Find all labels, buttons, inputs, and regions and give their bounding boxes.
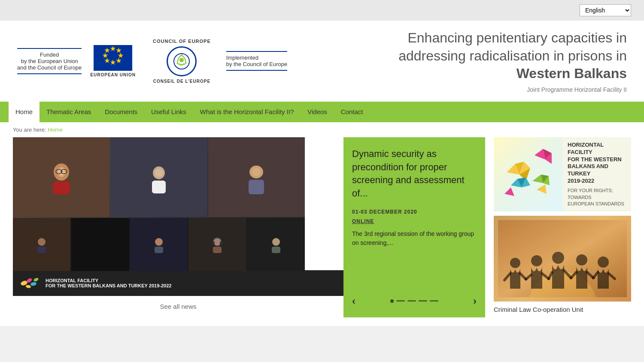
slide-dots: [390, 299, 438, 303]
hf-logo-small: HORIZONTAL FACILITY FOR THE WESTERN BALK…: [20, 275, 171, 292]
hf-card-content: HORIZONTAL FACILITYFOR THE WESTERNBALKAN…: [494, 137, 631, 212]
svg-point-37: [25, 284, 31, 288]
implemented-block: Implemented by the Council of Europe: [226, 51, 287, 71]
people-silhouette-icon: [498, 220, 627, 297]
video-slider-image[interactable]: [13, 137, 305, 270]
article-description: The 3rd regional session of the working …: [352, 229, 477, 247]
svg-point-38: [33, 277, 39, 282]
person-icon-b3: [150, 236, 167, 253]
svg-point-59: [531, 255, 542, 266]
person-icon-2: [142, 160, 176, 194]
svg-marker-52: [504, 187, 514, 196]
title-line2: addressing radicalisation in prisons in: [398, 48, 627, 63]
see-all-link[interactable]: See all news: [160, 303, 196, 310]
person-icon-b5: [267, 236, 285, 253]
birds-logo-icon: [20, 275, 41, 292]
breadcrumb: You are here: Home: [0, 122, 644, 137]
sidebar-card-hf[interactable]: HORIZONTAL FACILITYFOR THE WESTERNBALKAN…: [494, 137, 631, 212]
main-nav: Home Thematic Areas Documents Useful Lin…: [0, 102, 644, 122]
svg-rect-22: [249, 180, 264, 194]
header: Funded by the European Union and the Cou…: [0, 21, 644, 102]
svg-rect-31: [220, 241, 222, 245]
svg-point-10: [179, 58, 184, 62]
eu-logo: EUROPEAN UNION: [90, 45, 136, 77]
hf-card-birds-area: [494, 137, 562, 212]
nav-item-contact[interactable]: Contact: [334, 102, 370, 122]
nav-item-home[interactable]: Home: [9, 102, 39, 122]
hf-card-text-area: HORIZONTAL FACILITYFOR THE WESTERNBALKAN…: [562, 137, 631, 212]
nav-item-thematic-areas[interactable]: Thematic Areas: [39, 102, 98, 122]
dot-3: [407, 300, 416, 302]
next-article-button[interactable]: ›: [473, 295, 477, 307]
hf-birds-icon: [502, 147, 554, 202]
see-all-bar: See all news: [13, 296, 343, 317]
svg-rect-33: [272, 247, 280, 253]
breadcrumb-prefix: You are here:: [13, 127, 46, 133]
nav-item-videos[interactable]: Videos: [301, 102, 334, 122]
breadcrumb-home-link[interactable]: Home: [48, 127, 63, 133]
svg-point-20: [155, 169, 163, 177]
svg-point-65: [576, 254, 587, 265]
top-bar: English French Serbian Albanian: [0, 0, 644, 21]
eu-label: EUROPEAN UNION: [90, 72, 136, 77]
person-icon-1: [44, 160, 79, 194]
svg-point-56: [510, 258, 520, 268]
header-subtitle: Joint Programme Horizontal Facility II: [331, 86, 627, 93]
funded-line2: by the European Union: [21, 58, 78, 64]
funded-line3: and the Council of Europe: [17, 64, 82, 71]
title-line1: Enhancing penitentiary capacities in: [407, 30, 627, 45]
svg-rect-14: [53, 181, 70, 194]
dot-1: [390, 299, 394, 303]
coe-label: CONSEIL DE L'EUROPE: [153, 79, 210, 84]
svg-rect-30: [213, 241, 215, 245]
prev-article-button[interactable]: ‹: [352, 295, 355, 307]
svg-rect-29: [213, 247, 222, 253]
svg-point-62: [552, 252, 564, 264]
hf-line1: HORIZONTAL FACILITY: [46, 278, 171, 283]
dot-2: [396, 300, 405, 302]
slider-bottom-bar: HORIZONTAL FACILITY FOR THE WESTERN BALK…: [13, 270, 343, 296]
person-icon-3: [239, 160, 273, 194]
svg-rect-27: [155, 247, 163, 253]
video-cell-3: [208, 137, 305, 217]
implemented-line1: Implemented: [226, 54, 258, 61]
article-date: 01-03 DECEMBER 2020: [352, 209, 477, 215]
article-navigation: ‹ ›: [352, 295, 477, 307]
video-bottom-row: [13, 218, 305, 271]
news-section: HORIZONTAL FACILITY FOR THE WESTERN BALK…: [13, 137, 343, 317]
video-cell-b2: [71, 218, 129, 271]
sidebar-card-people[interactable]: [494, 216, 631, 302]
language-selector[interactable]: English French Serbian Albanian: [580, 4, 631, 16]
funded-block: Funded by the European Union and the Cou…: [17, 48, 82, 74]
hf-line2: FOR THE WESTERN BALKANS AND TURKEY 2019-…: [46, 283, 171, 288]
article-title: Dynamic security as precondition for pro…: [352, 148, 477, 200]
coe-title: COUNCIL OF EUROPE: [153, 39, 211, 44]
header-title-area: Enhancing penitentiary capacities in add…: [313, 29, 627, 93]
nav-item-documents[interactable]: Documents: [98, 102, 144, 122]
coe-logo-section: COUNCIL OF EUROPE CONSEIL DE L'EUROPE: [153, 39, 211, 84]
svg-point-24: [38, 238, 46, 246]
video-cell-1: [13, 137, 109, 217]
article-meta: 01-03 DECEMBER 2020 ONLINE The 3rd regio…: [352, 209, 477, 247]
svg-marker-53: [537, 184, 547, 194]
svg-rect-19: [152, 181, 166, 193]
right-sidebar: HORIZONTAL FACILITYFOR THE WESTERNBALKAN…: [485, 137, 631, 317]
video-cell-2: [110, 137, 207, 217]
nav-item-horizontal-facility[interactable]: What is the Horizontal Facility II?: [193, 102, 301, 122]
article-location: ONLINE: [352, 218, 477, 224]
sidebar-card2-label: Criminal Law Co-operation Unit: [494, 306, 631, 314]
header-main-title: Enhancing penitentiary capacities in add…: [331, 29, 627, 83]
person-icon-b4: [209, 236, 226, 253]
header-logos: Funded by the European Union and the Cou…: [17, 39, 313, 84]
video-cell-b4: [188, 218, 246, 271]
nav-item-useful-links[interactable]: Useful Links: [144, 102, 193, 122]
title-line3: Western Balkans: [516, 66, 627, 81]
video-cell-b3: [130, 218, 188, 271]
coe-symbol-icon: [167, 46, 197, 76]
svg-point-26: [155, 238, 163, 246]
implemented-line2: by the Council of Europe: [226, 61, 287, 67]
funded-line1: Funded: [40, 51, 59, 58]
video-cell-b5: [247, 218, 305, 271]
main-content: HORIZONTAL FACILITY FOR THE WESTERN BALK…: [0, 137, 644, 326]
svg-rect-25: [37, 247, 46, 253]
